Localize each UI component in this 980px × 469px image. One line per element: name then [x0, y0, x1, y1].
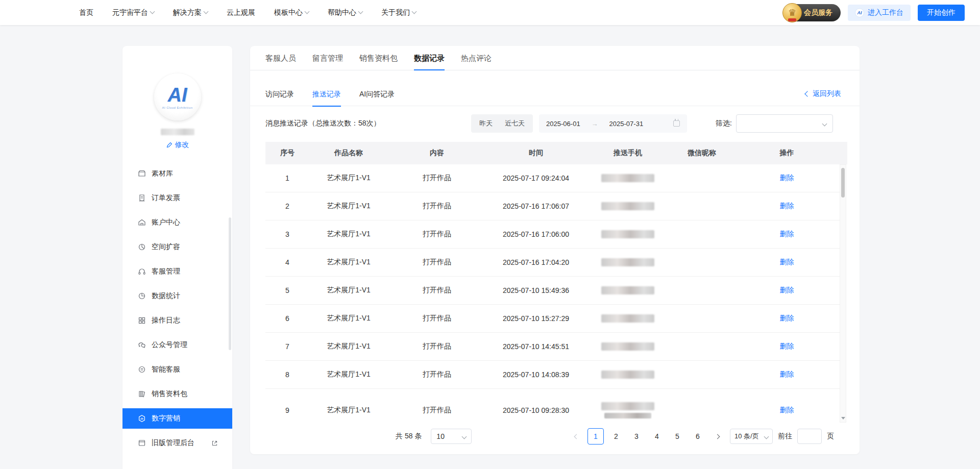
delete-button[interactable]: 删除 [780, 230, 794, 239]
next-page-button[interactable] [710, 428, 724, 445]
date-start-value: 2025-06-01 [546, 120, 580, 128]
tab[interactable]: 热点评论 [461, 46, 492, 70]
page-number-button[interactable]: 1 [587, 428, 604, 445]
redacted-phone-block [601, 258, 654, 266]
col-seq: 序号 [265, 149, 309, 158]
sidebar-item-storage[interactable]: 空间扩容 [122, 237, 232, 257]
back-to-list-button[interactable]: 返回列表 [805, 82, 841, 106]
delete-button[interactable]: 删除 [780, 342, 794, 351]
filter-select[interactable] [736, 114, 833, 133]
row-time: 2025-07-16 17:04:20 [486, 258, 586, 266]
sidebar-item-assets[interactable]: 素材库 [122, 170, 232, 184]
edit-profile-button[interactable]: 修改 [166, 140, 189, 150]
sidebar-scrollbar[interactable] [229, 217, 231, 350]
nav-item[interactable]: 解决方案 [173, 8, 208, 17]
chevron-down-icon [462, 434, 467, 439]
ai-logo-icon: AI [855, 8, 864, 17]
nav-item-label: 关于我们 [381, 8, 410, 16]
row-action-cell: 删除 [734, 370, 840, 379]
chevron-right-icon [715, 434, 720, 439]
sidebar-item-invoices[interactable]: 订单发票 [122, 188, 232, 208]
sidebar-item-account[interactable]: 账户中心 [122, 212, 232, 233]
row-action-cell: 删除 [734, 258, 840, 267]
tab[interactable]: 销售资料包 [359, 46, 398, 70]
nav-item[interactable]: 云上观展 [227, 8, 255, 17]
page-number-button[interactable]: 5 [669, 428, 685, 445]
row-time: 2025-07-10 14:45:51 [486, 342, 586, 351]
delete-button[interactable]: 删除 [780, 202, 794, 211]
redacted-phone-partial [604, 413, 651, 418]
avatar: AI AI Cloud Exhibition [154, 73, 201, 120]
nav-item[interactable]: 模板中心 [274, 8, 309, 17]
sidebar-item-label: 素材库 [152, 170, 173, 178]
vip-medal-icon: ♛ [782, 3, 802, 22]
delete-button[interactable]: 删除 [780, 286, 794, 295]
page-number-button[interactable]: 3 [628, 428, 645, 445]
sidebar-item-digital-marketing[interactable]: 数字营销 [122, 408, 232, 429]
table-row: 7 艺术展厅1-V1 打开作品 2025-07-10 14:45:51 删除 [265, 333, 840, 361]
prev-page-button[interactable] [569, 428, 583, 445]
avatar-ai-logo: AI [168, 85, 187, 105]
sidebar-item-support[interactable]: 客服管理 [122, 261, 232, 282]
page-number-label: 2 [614, 432, 618, 440]
delete-button[interactable]: 删除 [780, 406, 794, 415]
redacted-phone-block [601, 286, 654, 294]
row-content: 打开作品 [388, 370, 486, 379]
scroll-down-arrow[interactable] [841, 415, 845, 421]
username-redacted [161, 129, 194, 135]
subtab[interactable]: 访问记录 [265, 82, 294, 106]
assets-icon [138, 170, 146, 178]
sidebar-item-stats[interactable]: 数据统计 [122, 286, 232, 306]
page-size-select[interactable]: 10 [431, 429, 472, 444]
subtab[interactable]: AI问答记录 [359, 82, 395, 106]
tab[interactable]: 数据记录 [414, 46, 445, 70]
sidebar-item-logs[interactable]: 操作日志 [122, 310, 232, 331]
row-content: 打开作品 [388, 286, 486, 295]
sidebar-item-legacy-admin[interactable]: 旧版管理后台 [122, 433, 232, 453]
sidebar-item-official-account[interactable]: 公众号管理 [122, 335, 232, 355]
pagination-pages: 1 2 3 4 5 [569, 428, 724, 445]
member-service-button[interactable]: ♛ 会员服务 [783, 4, 841, 21]
delete-button[interactable]: 删除 [780, 370, 794, 379]
sidebar-item-label: 数字营销 [152, 414, 180, 423]
row-time: 2025-07-10 15:27:29 [486, 314, 586, 323]
page-number-button[interactable]: 4 [649, 428, 665, 445]
tab[interactable]: 留言管理 [312, 46, 343, 70]
delete-button[interactable]: 删除 [780, 314, 794, 323]
chevron-down-icon [412, 9, 417, 14]
start-create-label: 开始创作 [927, 8, 955, 17]
subtab[interactable]: 推送记录 [312, 82, 341, 106]
nav-item[interactable]: 帮助中心 [328, 8, 362, 17]
page-number-button[interactable]: 2 [608, 428, 624, 445]
tab[interactable]: 客服人员 [265, 46, 296, 70]
table-row: 2 艺术展厅1-V1 打开作品 2025-07-16 17:06:07 删除 [265, 192, 840, 220]
row-work-name: 艺术展厅1-V1 [309, 370, 388, 379]
sidebar-item-ai-support[interactable]: 智能客服 [122, 359, 232, 380]
col-work-name: 作品名称 [309, 149, 388, 158]
page-number-button[interactable]: 6 [690, 428, 706, 445]
yesterday-filter-button[interactable]: 昨天 [473, 116, 499, 131]
row-seq: 4 [265, 258, 309, 266]
chevron-down-icon [764, 434, 769, 439]
nav-item[interactable]: 元宇宙平台 [112, 8, 154, 17]
goto-page-input[interactable] [797, 429, 822, 444]
sidebar-item-sales-package[interactable]: 销售资料包 [122, 384, 232, 404]
date-range-picker[interactable]: 2025-06-01 → 2025-07-31 [539, 114, 687, 133]
date-end-value: 2025-07-31 [609, 120, 644, 128]
nav-item[interactable]: 首页 [79, 8, 93, 17]
start-create-button[interactable]: 开始创作 [918, 5, 965, 21]
sidebar-item-label: 智能客服 [152, 365, 180, 374]
last7days-filter-button[interactable]: 近七天 [499, 116, 531, 131]
delete-button[interactable]: 删除 [780, 258, 794, 267]
chevron-down-icon [150, 9, 155, 14]
nav-item[interactable]: 关于我们 [381, 8, 416, 17]
enter-workspace-button[interactable]: AI 进入工作台 [848, 5, 911, 21]
table-scrollbar [840, 164, 846, 423]
table-row: 9 艺术展厅1-V1 打开作品 2025-07-10 09:28:30 删除 [265, 389, 840, 423]
main-content: 客服人员 留言管理 销售资料包 数据记录 热点评论 访问记录 [250, 46, 860, 454]
row-work-name: 艺术展厅1-V1 [309, 202, 388, 211]
row-time: 2025-07-16 17:06:00 [486, 230, 586, 238]
table-scrollbar-thumb[interactable] [841, 168, 845, 198]
delete-button[interactable]: 删除 [780, 174, 794, 183]
per-page-select[interactable]: 10 条/页 [730, 429, 773, 444]
